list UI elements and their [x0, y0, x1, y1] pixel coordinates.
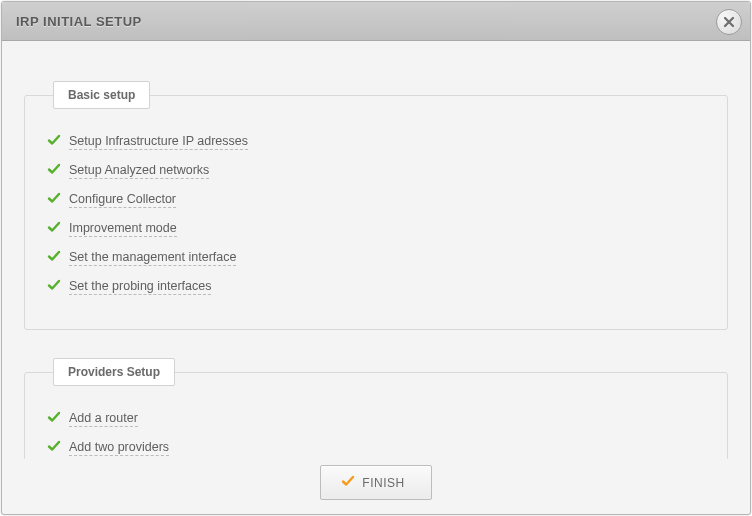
list-item: Add a router: [47, 410, 705, 427]
modal-footer: FINISH: [2, 459, 750, 514]
step-link[interactable]: Configure Collector: [69, 192, 176, 208]
check-icon: [47, 278, 61, 295]
providers-setup-legend: Providers Setup: [53, 358, 175, 386]
list-item: Improvement mode: [47, 220, 705, 237]
step-link[interactable]: Set the management interface: [69, 250, 236, 266]
modal-title: IRP INITIAL SETUP: [16, 14, 142, 29]
check-icon: [47, 249, 61, 266]
check-icon: [47, 410, 61, 427]
list-item: Configure Collector: [47, 191, 705, 208]
check-icon: [47, 191, 61, 208]
close-icon: [723, 16, 735, 28]
step-link[interactable]: Add two providers: [69, 440, 169, 456]
check-icon: [47, 220, 61, 237]
check-icon: [47, 133, 61, 150]
list-item: Set the probing interfaces: [47, 278, 705, 295]
list-item: Set the management interface: [47, 249, 705, 266]
check-icon: [47, 162, 61, 179]
step-link[interactable]: Setup Analyzed networks: [69, 163, 209, 179]
step-link[interactable]: Set the probing interfaces: [69, 279, 211, 295]
check-icon: [47, 439, 61, 456]
modal-body: Basic setup Setup Infrastructure IP adre…: [2, 41, 750, 459]
finish-button-label: FINISH: [362, 476, 404, 490]
basic-setup-legend: Basic setup: [53, 81, 150, 109]
basic-setup-group: Basic setup Setup Infrastructure IP adre…: [24, 81, 728, 330]
step-link[interactable]: Add a router: [69, 411, 138, 427]
step-link[interactable]: Setup Infrastructure IP adresses: [69, 134, 248, 150]
list-item: Setup Infrastructure IP adresses: [47, 133, 705, 150]
list-item: Add two providers: [47, 439, 705, 456]
step-link[interactable]: Improvement mode: [69, 221, 177, 237]
irp-initial-setup-modal: IRP INITIAL SETUP Basic setup Setup Infr…: [1, 1, 751, 515]
basic-setup-steps: Setup Infrastructure IP adresses Setup A…: [47, 133, 705, 295]
finish-button[interactable]: FINISH: [320, 465, 431, 500]
modal-header: IRP INITIAL SETUP: [2, 2, 750, 41]
providers-setup-group: Providers Setup Add a router Add two pro…: [24, 358, 728, 459]
list-item: Setup Analyzed networks: [47, 162, 705, 179]
providers-setup-steps: Add a router Add two providers: [47, 410, 705, 456]
close-button[interactable]: [716, 9, 742, 35]
finish-check-icon: [341, 474, 355, 491]
